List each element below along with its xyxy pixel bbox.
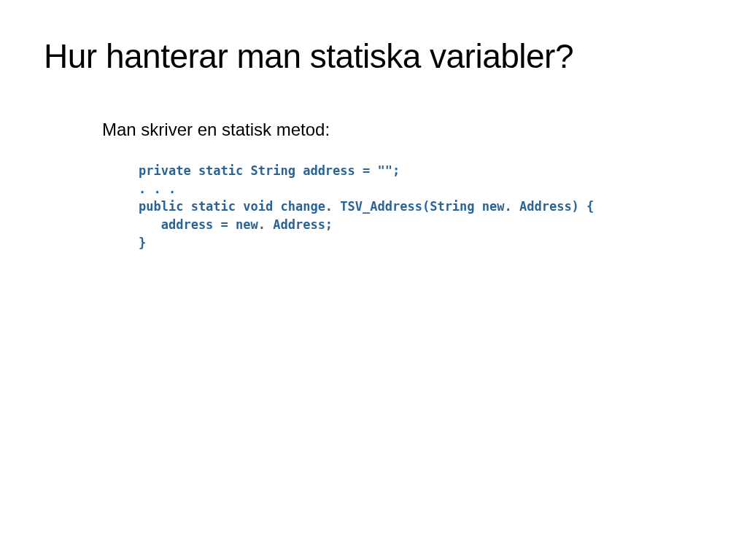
slide-title: Hur hanterar man statiska variabler? bbox=[44, 36, 703, 76]
slide-subtitle: Man skriver en statisk metod: bbox=[102, 120, 703, 140]
slide-container: Hur hanterar man statiska variabler? Man… bbox=[0, 0, 747, 560]
code-block: private static String address = ""; . . … bbox=[139, 162, 703, 252]
